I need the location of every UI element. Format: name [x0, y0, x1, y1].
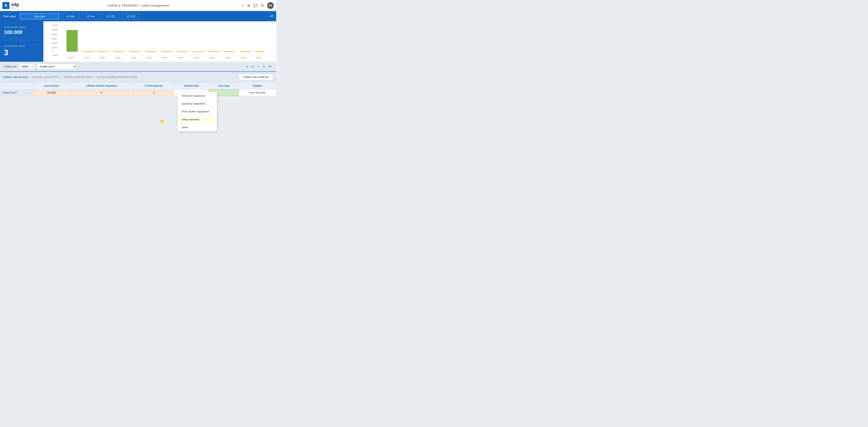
cl-toolbar: ≡ ↺ + ✎ ✉ — [245, 64, 272, 69]
svg-text:80.000: 80.000 — [52, 33, 57, 35]
svg-rect-25 — [209, 51, 219, 52]
tab-define-euribor[interactable]: DEFINE EURIBOR INTEREST RATES — [97, 76, 139, 78]
logo-b-icon: b — [2, 2, 9, 9]
tab-credit-line-details[interactable]: CREDIT LINE DETAILS — [3, 76, 31, 78]
col-header-variable-rate: Variable Rate — [174, 83, 209, 90]
col-header-loan-amount: Loan Amount — [34, 83, 69, 90]
cell-fixed-spread[interactable]: 3 — [134, 89, 174, 96]
col-header-semesters: Lifetime Number Semesters — [69, 83, 134, 90]
svg-text:Nov.20: Nov.20 — [84, 57, 89, 59]
svg-text:60.000: 60.000 — [52, 38, 57, 40]
edit-icon[interactable]: ✎ — [262, 64, 266, 69]
credit-line-code-wrapper: 00001 — [19, 64, 34, 69]
le-us2-button[interactable]: LE US2 — [122, 13, 140, 19]
svg-text:0: 0 — [52, 51, 53, 53]
cursor-indicator — [160, 120, 164, 123]
svg-text:100.000: 100.000 — [52, 29, 58, 31]
svg-text:-20.000: -20.000 — [52, 54, 58, 56]
logo-area: b sdg group — [2, 2, 26, 9]
interest-rate-label: % INTEREST RATE — [4, 45, 39, 47]
interest-rate-value: 3 — [4, 48, 39, 57]
svg-text:20.000: 20.000 — [52, 47, 57, 49]
filter-icon[interactable]: ≡ — [245, 64, 249, 69]
total-loans-stat: TOTAL NEW LOANS 100.000 — [4, 26, 39, 35]
svg-rect-22 — [161, 51, 172, 52]
svg-text:Feb.22: Feb.22 — [162, 57, 168, 59]
send-icon[interactable]: ✉ — [268, 64, 272, 69]
svg-rect-16 — [66, 30, 78, 52]
chart-svg: 120.000 100.000 80.000 60.000 40.000 20.… — [45, 24, 273, 59]
row-credit-line-label: Credit Line 0 — [0, 89, 34, 96]
svg-text:Feb.23: Feb.23 — [225, 57, 230, 59]
chart-area: 120.000 100.000 80.000 60.000 40.000 20.… — [43, 21, 276, 62]
table-row: Credit Line 0 100.000 6 3 Euribor 1m Fro… — [0, 89, 276, 96]
svg-rect-21 — [146, 51, 156, 52]
total-loans-label: TOTAL NEW LOANS — [4, 26, 39, 28]
logo-sdg: sdg group — [11, 2, 19, 9]
loan-type-dropdown: Half-year repayment Quarterly repayment … — [178, 92, 217, 131]
refresh-icon[interactable]: ↺ — [270, 14, 273, 18]
le-hun-button[interactable]: LE Hun — [82, 13, 99, 19]
stats-panel: TOTAL NEW LOANS 100.000 % INTEREST RATE … — [0, 21, 43, 62]
col-header-loan-type: Loan Type — [209, 83, 238, 90]
svg-text:40.000: 40.000 — [52, 42, 57, 44]
tab-choose-starting-date[interactable]: CHOOSE STARTING DATE — [64, 76, 95, 78]
dropdown-item-bullet[interactable]: Final "Bullet" repayment — [178, 108, 217, 116]
menu-icon[interactable]: ☰ — [261, 3, 264, 8]
col-header-supplier: Supplier — [239, 83, 276, 90]
data-type-button[interactable]: Data type — [20, 13, 59, 19]
cell-supplier: From third part — [239, 89, 276, 96]
top-icons: ⌂ ⊞ 💬 ☰ WE — [242, 2, 274, 9]
svg-text:Aug.20: Aug.20 — [68, 57, 74, 59]
refresh-cl-icon[interactable]: ↺ — [251, 64, 255, 69]
svg-text:May.21: May.21 — [115, 57, 121, 59]
svg-text:May.22: May.22 — [178, 57, 184, 59]
dropdown-item-quarterly[interactable]: Quarterly repayment — [178, 100, 217, 108]
svg-rect-20 — [130, 51, 140, 52]
confirm-button[interactable]: Confirm new credit line — [239, 74, 273, 80]
svg-text:Aug.21: Aug.21 — [131, 57, 136, 59]
svg-text:Nov.22: Nov.22 — [210, 57, 215, 59]
data-range-label: Data range — [3, 15, 16, 18]
data-table: Loan Amount Lifetime Number Semesters % … — [0, 82, 276, 96]
svg-text:Aug.22: Aug.22 — [194, 57, 199, 59]
tab-choose-legal-entity[interactable]: CHOOSE LEGAL ENTITY — [33, 76, 62, 78]
home-icon[interactable]: ⌂ — [242, 3, 244, 7]
total-loans-value: 100.000 — [4, 29, 39, 35]
col-header-empty — [0, 83, 34, 90]
svg-rect-17 — [83, 51, 93, 52]
svg-rect-24 — [193, 51, 203, 52]
chat-icon[interactable]: 💬 — [253, 3, 258, 8]
main-content: CREDIT LINE DETAILS CHOOSE LEGAL ENTITY … — [0, 72, 276, 96]
grid-icon[interactable]: ⊞ — [247, 3, 250, 8]
svg-rect-23 — [177, 51, 187, 52]
le-italy-button[interactable]: LE Italy — [62, 13, 79, 19]
svg-rect-19 — [115, 51, 125, 52]
svg-text:Aug.23: Aug.23 — [256, 57, 261, 59]
svg-rect-18 — [99, 51, 109, 52]
dropdown-item-other[interactable]: Other — [178, 124, 217, 131]
le-us1-button[interactable]: LE US1 — [102, 13, 120, 19]
svg-rect-27 — [240, 51, 250, 52]
svg-text:Nov.21: Nov.21 — [147, 57, 152, 59]
add-icon[interactable]: + — [257, 64, 260, 69]
svg-rect-26 — [224, 51, 235, 52]
filter-bar: Data range Data type LE Italy LE Hun LE … — [0, 11, 276, 21]
credit-line-bar: Credit Line: 00001 Credit Line 0 ≡ ↺ + ✎… — [0, 62, 276, 72]
credit-line-name-wrapper: Credit Line 0 — [37, 64, 76, 69]
svg-rect-28 — [255, 51, 265, 52]
dropdown-item-swap[interactable]: Swap operation — [178, 116, 217, 124]
dropdown-item-half-year[interactable]: Half-year repayment — [178, 92, 217, 100]
credit-line-name-select[interactable]: Credit Line 0 — [37, 64, 76, 69]
cell-loan-amount[interactable]: 100.000 — [34, 89, 69, 96]
credit-line-code-select[interactable]: 00001 — [19, 64, 34, 69]
col-header-fixed-spread: % Fixed Spread — [134, 83, 174, 90]
cell-semesters[interactable]: 6 — [69, 89, 134, 96]
section-header: CREDIT LINE DETAILS CHOOSE LEGAL ENTITY … — [0, 72, 276, 82]
page-title: LOANS & TREASURY - Loans management — [107, 4, 169, 7]
top-bar: b sdg group LOANS & TREASURY - Loans man… — [0, 0, 276, 11]
svg-text:120.000: 120.000 — [52, 24, 58, 26]
svg-text:Feb.21: Feb.21 — [100, 57, 105, 59]
credit-line-label: Credit Line: — [4, 65, 17, 68]
avatar[interactable]: WE — [267, 2, 274, 9]
